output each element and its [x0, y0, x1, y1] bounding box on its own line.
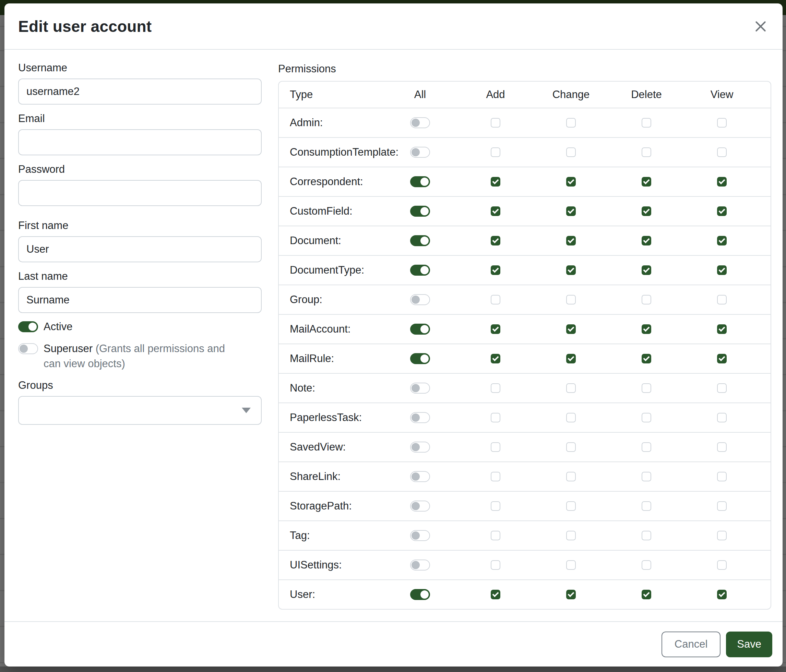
permission-delete-checkbox[interactable] — [641, 148, 651, 157]
permission-add-checkbox[interactable] — [491, 265, 500, 275]
permission-view-checkbox[interactable] — [717, 442, 727, 452]
permission-delete-checkbox[interactable] — [641, 324, 651, 334]
permission-delete-checkbox[interactable] — [641, 590, 651, 599]
permission-add-checkbox[interactable] — [491, 560, 500, 570]
permission-change-checkbox[interactable] — [566, 118, 576, 127]
permission-view-checkbox[interactable] — [717, 236, 727, 245]
permission-delete-checkbox[interactable] — [641, 265, 651, 275]
active-toggle[interactable] — [18, 321, 38, 332]
superuser-toggle[interactable] — [18, 343, 38, 354]
permission-change-checkbox[interactable] — [566, 560, 576, 570]
permission-add-checkbox[interactable] — [491, 354, 500, 363]
permission-add-checkbox[interactable] — [491, 295, 500, 305]
permission-add-checkbox[interactable] — [491, 501, 500, 511]
permission-row: Group: — [279, 284, 770, 314]
permission-view-checkbox[interactable] — [717, 206, 727, 216]
permission-view-checkbox[interactable] — [717, 413, 727, 422]
permission-all-toggle[interactable] — [410, 353, 430, 364]
permission-delete-checkbox[interactable] — [641, 531, 651, 540]
permission-view-checkbox[interactable] — [717, 531, 727, 540]
permission-change-checkbox[interactable] — [566, 590, 576, 599]
permission-change-checkbox[interactable] — [566, 206, 576, 216]
permission-add-checkbox[interactable] — [491, 177, 500, 187]
permission-delete-checkbox[interactable] — [641, 442, 651, 452]
permission-change-checkbox[interactable] — [566, 413, 576, 422]
permission-delete-checkbox[interactable] — [641, 118, 651, 127]
username-input[interactable] — [18, 79, 262, 105]
permission-view-checkbox[interactable] — [717, 383, 727, 393]
permission-all-toggle[interactable] — [410, 294, 430, 305]
permission-all-toggle[interactable] — [410, 559, 430, 570]
permission-all-toggle[interactable] — [410, 589, 430, 600]
permission-add-checkbox[interactable] — [491, 531, 500, 540]
permission-change-checkbox[interactable] — [566, 472, 576, 481]
permission-delete-checkbox[interactable] — [641, 354, 651, 363]
permission-change-checkbox[interactable] — [566, 324, 576, 334]
first-name-field[interactable] — [18, 236, 262, 262]
permission-add-checkbox[interactable] — [491, 413, 500, 422]
permission-change-checkbox[interactable] — [566, 501, 576, 511]
permission-view-checkbox[interactable] — [717, 354, 727, 363]
permission-add-checkbox[interactable] — [491, 472, 500, 481]
permission-add-checkbox[interactable] — [491, 590, 500, 599]
permission-all-toggle[interactable] — [410, 323, 430, 334]
permission-add-checkbox[interactable] — [491, 442, 500, 452]
permission-view-checkbox[interactable] — [717, 324, 727, 334]
permission-all-toggle[interactable] — [410, 530, 430, 541]
permission-view-checkbox[interactable] — [717, 148, 727, 157]
permission-view-checkbox[interactable] — [717, 118, 727, 127]
permission-type-label: User: — [290, 588, 382, 601]
permission-add-checkbox[interactable] — [491, 206, 500, 216]
permission-view-checkbox[interactable] — [717, 560, 727, 570]
permission-all-toggle[interactable] — [410, 117, 430, 128]
permission-all-toggle[interactable] — [410, 441, 430, 452]
permission-add-checkbox[interactable] — [491, 383, 500, 393]
permission-delete-checkbox[interactable] — [641, 501, 651, 511]
permission-add-checkbox[interactable] — [491, 236, 500, 245]
permission-change-checkbox[interactable] — [566, 383, 576, 393]
permission-all-toggle[interactable] — [410, 206, 430, 217]
permission-view-checkbox[interactable] — [717, 472, 727, 481]
close-button[interactable] — [751, 17, 770, 36]
groups-select[interactable] — [18, 396, 262, 425]
save-button[interactable]: Save — [726, 631, 772, 657]
permission-all-toggle[interactable] — [410, 501, 430, 512]
permission-delete-checkbox[interactable] — [641, 206, 651, 216]
permission-delete-checkbox[interactable] — [641, 177, 651, 187]
permission-change-checkbox[interactable] — [566, 265, 576, 275]
permission-view-checkbox[interactable] — [717, 265, 727, 275]
permission-delete-checkbox[interactable] — [641, 383, 651, 393]
password-field[interactable] — [18, 180, 262, 206]
permission-view-checkbox[interactable] — [717, 177, 727, 187]
permission-view-checkbox[interactable] — [717, 501, 727, 511]
permission-all-toggle[interactable] — [410, 383, 430, 394]
permission-all-toggle[interactable] — [410, 265, 430, 276]
permissions-heading: Permissions — [278, 61, 771, 77]
permission-change-checkbox[interactable] — [566, 177, 576, 187]
last-name-field[interactable] — [18, 287, 262, 313]
permission-add-checkbox[interactable] — [491, 324, 500, 334]
permission-change-checkbox[interactable] — [566, 236, 576, 245]
permission-change-checkbox[interactable] — [566, 295, 576, 305]
permission-change-checkbox[interactable] — [566, 148, 576, 157]
permission-all-toggle[interactable] — [410, 471, 430, 482]
edit-user-account-modal: Edit user account Username Email Passwor… — [5, 3, 783, 667]
permission-delete-checkbox[interactable] — [641, 295, 651, 305]
permission-delete-checkbox[interactable] — [641, 236, 651, 245]
permission-all-toggle[interactable] — [410, 412, 430, 423]
permission-all-toggle[interactable] — [410, 235, 430, 246]
permission-view-checkbox[interactable] — [717, 295, 727, 305]
cancel-button[interactable]: Cancel — [662, 631, 721, 657]
permission-change-checkbox[interactable] — [566, 531, 576, 540]
permission-change-checkbox[interactable] — [566, 354, 576, 363]
permission-view-checkbox[interactable] — [717, 590, 727, 599]
permission-all-toggle[interactable] — [410, 176, 430, 187]
permission-all-toggle[interactable] — [410, 147, 430, 158]
permission-change-checkbox[interactable] — [566, 442, 576, 452]
permission-add-checkbox[interactable] — [491, 148, 500, 157]
permission-delete-checkbox[interactable] — [641, 472, 651, 481]
permission-delete-checkbox[interactable] — [641, 560, 651, 570]
permission-delete-checkbox[interactable] — [641, 413, 651, 422]
permission-add-checkbox[interactable] — [491, 118, 500, 127]
email-field[interactable] — [18, 129, 262, 155]
